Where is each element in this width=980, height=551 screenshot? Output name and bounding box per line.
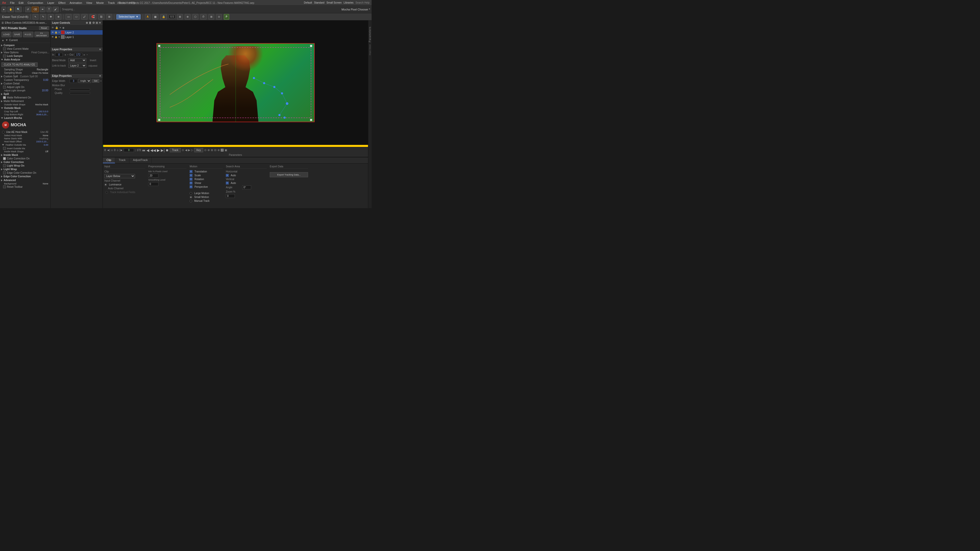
use-ae-host-mask-radio[interactable] xyxy=(2,131,5,133)
lc-gear-icon[interactable]: ⚙ xyxy=(92,21,95,24)
key-opt-7[interactable]: ▣ xyxy=(224,148,227,152)
layer-2-row[interactable]: 👁 🔒 ✦ Layer 2 xyxy=(51,30,103,35)
angle-input[interactable] xyxy=(242,186,251,189)
search-help[interactable]: Search Help xyxy=(355,1,369,4)
lc-expand-icon[interactable]: ⊞ xyxy=(96,21,98,24)
quality-slider[interactable] xyxy=(70,92,90,94)
layer-below-select[interactable]: Layer Below xyxy=(104,174,135,178)
selected-layer-btn[interactable]: Selected layer ▼ xyxy=(116,14,141,19)
lp-close-icon[interactable]: ✕ xyxy=(99,48,101,51)
save-button[interactable]: SAVE xyxy=(13,32,22,37)
layer-icon-star[interactable]: ✦ xyxy=(59,26,61,29)
color-correction-row[interactable]: Color Correction xyxy=(0,160,50,164)
transport-arrow-r[interactable]: |► xyxy=(120,149,123,151)
click-to-auto-analyze-btn[interactable]: CLICK TO AUTO ANALYZE xyxy=(2,62,38,67)
blend-mode-select[interactable]: Add Normal Multiply xyxy=(68,58,86,62)
perspective-check[interactable]: ✕ xyxy=(189,186,192,188)
out-input[interactable] xyxy=(75,53,82,57)
workspace-libraries[interactable]: Libraries xyxy=(344,1,353,4)
lock-sample-check[interactable] xyxy=(3,55,6,57)
mocha-export-p[interactable]: P xyxy=(224,14,229,20)
tab-adjust-track[interactable]: AdjustTrack xyxy=(129,157,151,163)
tool-select[interactable]: ▸ xyxy=(2,6,6,12)
mocha-gamut[interactable]: ⬡ xyxy=(192,14,198,20)
mocha-draw-pen[interactable]: 🖊 xyxy=(81,14,88,20)
mocha-draw-rect[interactable]: ▭ xyxy=(65,14,72,20)
menu-layer[interactable]: Layer xyxy=(47,1,54,4)
btn-prev-frame[interactable]: ◀ xyxy=(146,148,149,152)
ep-plus-icon[interactable]: + xyxy=(100,79,102,83)
key-opt-4[interactable]: ⊟ xyxy=(214,148,216,152)
mocha-icon-a[interactable]: A xyxy=(145,14,150,20)
launch-mocha-row[interactable]: Launch Mocha xyxy=(0,116,50,120)
horiz-auto-check[interactable]: ✕ xyxy=(226,174,229,177)
track-opt-1[interactable]: ⊙ xyxy=(182,148,184,152)
compare-section[interactable]: Compare xyxy=(0,43,50,47)
scale-check[interactable]: ✕ xyxy=(189,174,192,177)
large-motion-radio[interactable] xyxy=(189,192,192,195)
tool-rotate[interactable]: ↺ xyxy=(25,6,30,12)
tool-text[interactable]: T xyxy=(46,6,52,12)
menu-movie[interactable]: Movie xyxy=(96,1,103,4)
matte-refinement-on-check[interactable] xyxy=(3,96,6,99)
menu-view[interactable]: View xyxy=(86,1,92,4)
mocha-select[interactable]: ↖ xyxy=(33,14,38,20)
tool-hand[interactable]: ✋ xyxy=(7,6,14,12)
menu-file[interactable]: File xyxy=(10,1,14,4)
view-options-row[interactable]: View Options Final Compos... xyxy=(0,51,50,54)
btn-play[interactable]: ▶ xyxy=(157,148,160,152)
track-opt-3[interactable]: ▶ xyxy=(188,148,190,152)
custom-spill-row[interactable]: Custom Spill Custom Spill 00 xyxy=(0,75,50,78)
matte-refinement-row[interactable]: Matte Refinement xyxy=(0,99,50,103)
track-opt-2[interactable]: ◀ xyxy=(185,148,187,152)
track-fields-radio[interactable] xyxy=(105,191,108,194)
auto-analyze-row[interactable]: Auto Analyze xyxy=(0,58,50,62)
adjust-light-on-check[interactable] xyxy=(3,86,6,89)
btn-skip-start[interactable]: ⏮ xyxy=(142,148,145,152)
rotation-check[interactable]: ✕ xyxy=(189,178,192,181)
color-correction-on-check[interactable] xyxy=(3,157,6,160)
load-button[interactable]: LOAD xyxy=(2,32,11,37)
edge-width-unit-select[interactable]: Angle xyxy=(78,79,91,83)
light-wrap-row[interactable]: Light Wrap xyxy=(0,167,50,171)
smoothing-input[interactable] xyxy=(148,182,159,186)
custom-detail-row[interactable]: Custom Detail xyxy=(0,82,50,86)
view-current-matte-check[interactable] xyxy=(3,48,6,50)
tool-pen[interactable]: ✒ xyxy=(40,6,45,12)
layer-icon-eye[interactable]: 👁 xyxy=(52,26,54,29)
mocha-link[interactable]: ⛓ xyxy=(98,14,104,20)
reset-button[interactable]: Reset xyxy=(39,26,49,30)
menu-composition[interactable]: Composition xyxy=(27,1,43,4)
spill-row[interactable]: Spill xyxy=(0,92,50,96)
timeline-scrubber[interactable] xyxy=(103,145,368,147)
luminance-radio[interactable] xyxy=(104,183,107,186)
menu-track[interactable]: Track xyxy=(108,1,115,4)
manual-track-radio[interactable] xyxy=(189,200,192,202)
tab-clip[interactable]: Clip xyxy=(103,157,115,163)
mocha-draw-ellipse[interactable]: ⬭ xyxy=(73,14,80,20)
menu-animation[interactable]: Animation xyxy=(70,1,82,4)
zoom-input[interactable] xyxy=(226,194,235,198)
shear-check[interactable]: ✕ xyxy=(189,182,192,184)
workspace-standard[interactable]: Standard xyxy=(314,1,325,4)
mocha-move[interactable]: ✥ xyxy=(48,14,54,20)
menu-effect[interactable]: Effect xyxy=(59,1,65,4)
btn-rewind[interactable]: ◀◀ xyxy=(150,148,156,152)
btn-stop[interactable]: ⏹ xyxy=(165,148,169,152)
mocha-stereo[interactable]: ⊛ xyxy=(185,14,190,20)
advanced-row[interactable]: Advanced xyxy=(0,178,50,182)
panel-menu-icon[interactable]: ☰ xyxy=(2,21,4,24)
mocha-solo[interactable]: ⊙ xyxy=(216,14,222,20)
mocha-view-options[interactable]: ⊞ xyxy=(177,14,183,20)
min-pct-input[interactable] xyxy=(148,174,159,178)
transport-arrow-l[interactable]: ◄| xyxy=(107,149,110,151)
export-tracking-data-btn[interactable]: Export Tracking Data... xyxy=(270,172,308,177)
key-opt-3[interactable]: ⊞ xyxy=(211,148,213,152)
translation-check[interactable]: ✕ xyxy=(189,170,192,173)
layer-1-row[interactable]: 👁 🔒 ✦ Layer 1 xyxy=(51,35,103,39)
tool-zoom[interactable]: 🔍 xyxy=(15,6,22,12)
mocha-view-1[interactable]: ▦ xyxy=(152,14,158,20)
mocha-magnet[interactable]: 🧲 xyxy=(89,14,96,20)
track-opt-4[interactable]: ▷ xyxy=(191,148,193,152)
key-opt-1[interactable]: ⊙ xyxy=(204,148,207,152)
